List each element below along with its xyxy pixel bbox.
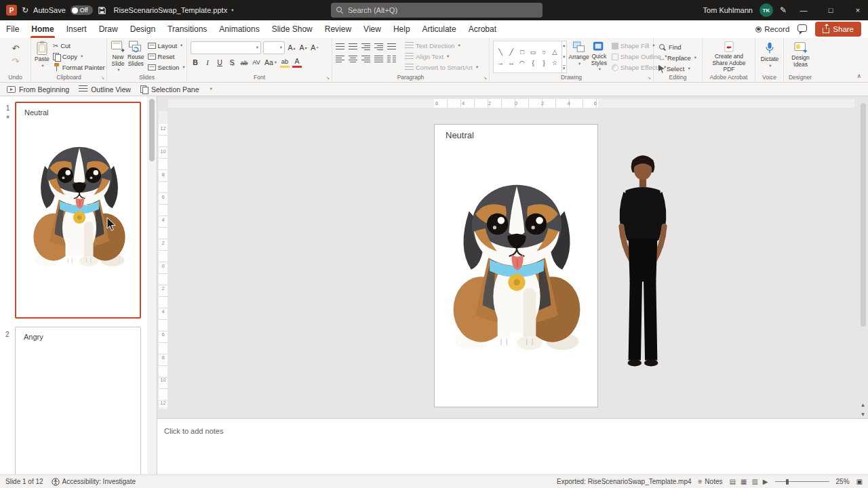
decrease-indent-button[interactable] (361, 41, 370, 54)
bullet-list-button[interactable] (336, 41, 344, 54)
record-button[interactable]: Record (755, 25, 789, 33)
dialog-launcher-icon[interactable]: ↘ (647, 75, 651, 81)
change-case-button[interactable]: Aa▾ (264, 57, 277, 68)
maximize-button[interactable]: □ (821, 0, 841, 20)
shape-rounded-rect-icon[interactable]: ▭ (528, 47, 538, 56)
grow-font-button[interactable]: A▴ (287, 42, 296, 53)
reset-button[interactable]: Reset (146, 52, 186, 62)
tab-design[interactable]: Design (124, 20, 161, 38)
shape-line-icon[interactable]: ╲ (496, 47, 505, 56)
selection-pane-button[interactable]: Selection Pane (140, 85, 199, 94)
select-button[interactable]: Select ▾ (657, 64, 699, 74)
zoom-slider-handle[interactable] (786, 479, 789, 485)
bold-button[interactable]: B (191, 57, 200, 68)
reuse-slides-button[interactable]: Reuse Slides (127, 41, 144, 73)
collapse-ribbon-icon[interactable]: ∧ (856, 73, 861, 79)
dialog-launcher-icon[interactable]: ↘ (326, 75, 330, 81)
thumbnail-scrollbar[interactable] (147, 96, 157, 474)
tab-articulate[interactable]: Articulate (416, 20, 462, 38)
previous-slide-button[interactable]: ▴ (861, 401, 865, 408)
accessibility-status[interactable]: Accessibility: Investigate (52, 478, 136, 486)
tab-insert[interactable]: Insert (60, 20, 93, 38)
align-right-button[interactable] (361, 54, 370, 66)
replace-button[interactable]: ↔ Replace ▾ (657, 53, 699, 63)
undo-icon[interactable]: ↶ (12, 43, 20, 54)
cut-button[interactable]: ✂ Cut (52, 41, 106, 51)
align-text-button[interactable]: Align Text ▾ (403, 52, 479, 62)
create-share-pdf-button[interactable]: Create and Share Adobe PDF (707, 41, 751, 73)
clear-formatting-button[interactable]: A× (310, 42, 319, 53)
share-button[interactable]: Share (815, 22, 861, 37)
shape-double-arrow-icon[interactable]: ↔ (507, 58, 516, 67)
italic-button[interactable]: I (203, 57, 212, 68)
tab-animations[interactable]: Animations (213, 20, 265, 38)
tab-view[interactable]: View (357, 20, 387, 38)
arrange-button[interactable]: Arrange ▾ (569, 41, 589, 73)
font-color-button[interactable]: A (292, 57, 302, 68)
find-button[interactable]: Find (657, 42, 699, 52)
shape-brace-left-icon[interactable]: { (528, 58, 538, 67)
tab-review[interactable]: Review (319, 20, 357, 38)
slideshow-view-button[interactable]: ▶ (763, 478, 768, 485)
from-beginning-button[interactable]: From Beginning (7, 85, 69, 94)
dictate-button[interactable]: Dictate ▾ (759, 41, 781, 73)
tab-file[interactable]: File (0, 20, 25, 38)
shape-brace-right-icon[interactable]: } (539, 58, 549, 67)
normal-view-button[interactable]: ▤ (729, 478, 735, 485)
quick-styles-button[interactable]: Quick Styles ▾ (591, 41, 607, 73)
layout-button[interactable]: Layout ▾ (146, 41, 186, 51)
powerpoint-app-icon[interactable]: P (6, 5, 17, 16)
shape-triangle-icon[interactable]: △ (550, 47, 559, 56)
save-icon[interactable] (98, 6, 106, 15)
notes-pane[interactable]: Click to add notes (157, 418, 868, 474)
minimize-button[interactable]: — (793, 0, 814, 20)
new-slide-button[interactable]: New Slide ▾ (111, 41, 125, 73)
avatar[interactable]: TK (760, 3, 773, 17)
numbered-list-button[interactable] (349, 41, 357, 54)
format-painter-button[interactable]: Format Painter (52, 62, 106, 73)
underline-button[interactable]: U (215, 57, 224, 68)
toolbar-options-icon[interactable]: ▾ (210, 87, 212, 92)
increase-indent-button[interactable] (374, 41, 383, 54)
justify-button[interactable] (374, 54, 383, 66)
shape-star-icon[interactable]: ☆ (550, 58, 559, 67)
slide-title-text[interactable]: Neutral (446, 130, 474, 140)
tab-transitions[interactable]: Transitions (161, 20, 213, 38)
slide-thumbnail-1[interactable]: Neutral (15, 102, 141, 319)
document-title[interactable]: RiseScenarioSwap_Template.pptx ▾ (111, 6, 237, 14)
search-input[interactable] (348, 6, 537, 14)
tab-help[interactable]: Help (387, 20, 416, 38)
search-box[interactable] (331, 3, 542, 18)
dialog-launcher-icon[interactable]: ↘ (483, 75, 487, 81)
autosave-toggle[interactable]: Off (71, 5, 93, 15)
editor-scrollbar-thumb[interactable] (861, 103, 866, 327)
fit-slide-button[interactable]: ▣ (856, 478, 863, 485)
text-shadow-button[interactable]: S (227, 57, 237, 68)
redo-icon[interactable]: ↷ (12, 56, 20, 66)
line-spacing-button[interactable] (387, 41, 396, 54)
gallery-more-icon[interactable]: ▾ (563, 65, 566, 71)
tab-draw[interactable]: Draw (93, 20, 124, 38)
gallery-down-icon[interactable]: ▾ (563, 54, 566, 60)
convert-to-smartart-button[interactable]: Convert to SmartArt ▾ (403, 62, 479, 73)
thumbnail-scrollbar-thumb[interactable] (149, 99, 155, 161)
zoom-level[interactable]: 25% (836, 478, 850, 485)
gallery-up-icon[interactable]: ▴ (563, 43, 566, 48)
notes-toggle-button[interactable]: ≡ Notes (698, 478, 723, 485)
align-left-button[interactable] (336, 54, 344, 66)
comments-button[interactable] (797, 24, 807, 34)
copy-button[interactable]: Copy ▾ (52, 52, 106, 62)
editor-scrollbar[interactable]: ▴ ▾ (859, 100, 867, 418)
shape-oval-icon[interactable]: ○ (539, 47, 549, 56)
strikethrough-button[interactable]: ab (239, 57, 249, 68)
highlight-color-button[interactable]: ab (280, 57, 290, 68)
text-direction-button[interactable]: Text Direction ▾ (403, 41, 479, 51)
slide-canvas[interactable]: Neutral (434, 124, 598, 407)
ink-pen-icon[interactable]: ✎ (780, 5, 787, 15)
dialog-launcher-icon[interactable]: ↘ (100, 75, 104, 81)
shape-arrow-icon[interactable]: → (496, 58, 505, 67)
font-name-select[interactable]: ▾ (191, 41, 261, 54)
columns-button[interactable] (387, 54, 396, 66)
shape-gallery[interactable]: ╲ ╱ □ ▭ ○ △ → ↔ ◠ { } ☆ (493, 41, 562, 73)
slide-sorter-view-button[interactable]: ▦ (741, 478, 747, 485)
